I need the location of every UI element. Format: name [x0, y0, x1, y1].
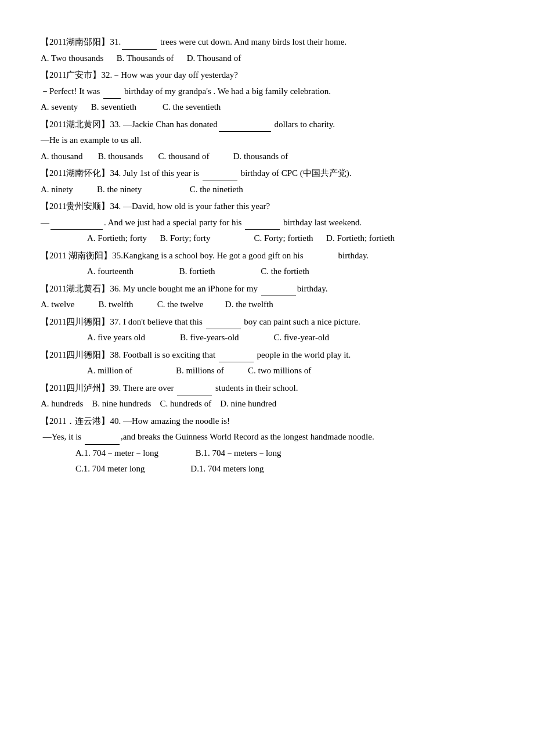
- q32-header: 【2011广安市】32.: [41, 70, 112, 80]
- q34b-header-line: 【2011贵州安顺】34. —David, how old is your fa…: [41, 199, 493, 214]
- q33-text: 【2011湖北黄冈】33. —Jackie Chan has donated d…: [41, 117, 493, 132]
- q38-header: 【2011四川德阳】38.: [41, 350, 121, 359]
- question-39: 【2011四川泸州】39. There are over students in…: [41, 381, 493, 412]
- exam-content: 【2011湖南邵阳】31. trees were cut down. And m…: [41, 35, 493, 477]
- q34b-options: A. Fortieth; forty B. Forty; forty C. Fo…: [41, 231, 493, 246]
- q39-options: A. hundreds B. nine hundreds C. hundreds…: [41, 397, 493, 412]
- q36-header: 【2011湖北黄石】36.: [41, 284, 121, 293]
- question-38: 【2011四川德阳】38. Football is so exciting th…: [41, 348, 493, 379]
- q31-text: 【2011湖南邵阳】31. trees were cut down. And m…: [41, 35, 493, 50]
- q34b-header: 【2011贵州安顺】34.: [41, 201, 121, 211]
- q33-dialog: —He is an example to us all.: [41, 133, 493, 148]
- q39-header: 【2011四川泸州】39.: [41, 383, 121, 393]
- q39-text: 【2011四川泸州】39. There are over students in…: [41, 381, 493, 396]
- question-33: 【2011湖北黄冈】33. —Jackie Chan has donated d…: [41, 117, 493, 164]
- q37-options: A. five years old B. five-years-old C. f…: [41, 330, 493, 345]
- q34a-text: 【2011湖南怀化】34. July 1st of this year is b…: [41, 166, 493, 181]
- question-34a: 【2011湖南怀化】34. July 1st of this year is b…: [41, 166, 493, 197]
- q34b-dialog2: —. And we just had a special party for h…: [41, 215, 493, 231]
- q40-header-line: 【2011．连云港】40. —How amazing the noodle is…: [41, 414, 493, 429]
- q35-options: A. fourteenth B. fortieth C. the fortiet…: [41, 264, 493, 279]
- q32-dialog2: －Perfect! It was birthday of my grandpa'…: [41, 84, 493, 99]
- question-32: 【2011广安市】32.－How was your day off yester…: [41, 68, 493, 115]
- question-34b: 【2011贵州安顺】34. —David, how old is your fa…: [41, 199, 493, 246]
- q31-header: 【2011湖南邵阳】31.: [41, 37, 121, 46]
- question-31: 【2011湖南邵阳】31. trees were cut down. And m…: [41, 35, 493, 66]
- question-40: 【2011．连云港】40. —How amazing the noodle is…: [41, 414, 493, 477]
- question-37: 【2011四川德阳】37. I don't believe that this …: [41, 315, 493, 345]
- q37-header: 【2011四川德阳】37.: [41, 317, 121, 326]
- q33-options: A. thousand B. thousands C. thousand of …: [41, 149, 493, 164]
- q36-text: 【2011湖北黄石】36. My uncle bought me an iPho…: [41, 282, 493, 297]
- q40-options-cd: C.1. 704 meter long D.1. 704 meters long: [41, 462, 493, 477]
- q37-text: 【2011四川德阳】37. I don't believe that this …: [41, 315, 493, 330]
- q34a-options: A. ninety B. the ninety C. the ninetieth: [41, 182, 493, 197]
- q35-header: 【2011 湖南衡阳】35.: [41, 251, 123, 260]
- q31-options: A. Two thousands B. Thousands of D. Thou…: [41, 51, 493, 66]
- q38-text: 【2011四川德阳】38. Football is so exciting th…: [41, 348, 493, 363]
- q40-dialog2: —Yes, it is ,and breaks the Guinness Wor…: [41, 430, 493, 445]
- q34a-header: 【2011湖南怀化】34.: [41, 168, 121, 178]
- q35-text: 【2011 湖南衡阳】35.Kangkang is a school boy. …: [41, 249, 493, 264]
- question-36: 【2011湖北黄石】36. My uncle bought me an iPho…: [41, 282, 493, 312]
- question-35: 【2011 湖南衡阳】35.Kangkang is a school boy. …: [41, 249, 493, 279]
- q32-header-line: 【2011广安市】32.－How was your day off yester…: [41, 68, 493, 83]
- q40-header: 【2011．连云港】40.: [41, 416, 121, 426]
- q38-options: A. million of B. millions of C. two mill…: [41, 363, 493, 379]
- q40-options-ab: A.1. 704－meter－long B.1. 704－meters－long: [41, 446, 493, 461]
- q32-options: A. seventy B. seventieth C. the seventie…: [41, 100, 493, 115]
- q33-header: 【2011湖北黄冈】33.: [41, 120, 121, 129]
- q36-options: A. twelve B. twelfth C. the twelve D. th…: [41, 297, 493, 312]
